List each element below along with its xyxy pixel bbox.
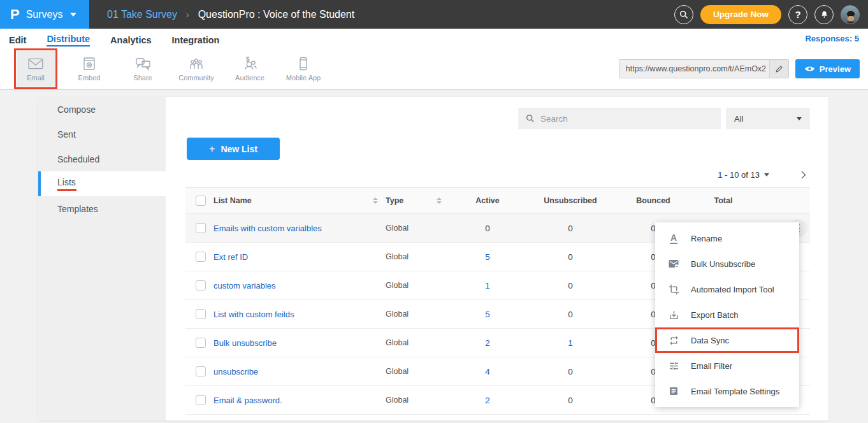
chevron-down-icon <box>797 117 802 120</box>
unsubscribed-count: 0 <box>526 281 615 290</box>
search-icon <box>679 10 688 19</box>
row-checkbox[interactable] <box>196 338 206 348</box>
bulk-unsubscribe-icon <box>668 259 679 269</box>
channel-label: Community <box>178 74 214 82</box>
community-icon <box>188 57 205 71</box>
toolbar-right: Preview <box>619 59 868 78</box>
active-count[interactable]: 4 <box>449 367 526 376</box>
channel-label: Email <box>27 74 45 82</box>
unsubscribed-count[interactable]: 1 <box>526 338 615 348</box>
menu-item-data-sync[interactable]: Data Sync <box>655 327 799 353</box>
list-name-link[interactable]: List with custom feilds <box>213 310 373 319</box>
list-name-link[interactable]: unsubscribe <box>213 367 373 376</box>
menu-item-automated-import-tool[interactable]: Automated Import Tool <box>655 276 799 302</box>
list-name-link[interactable]: Emails with custom varialbles <box>213 224 373 233</box>
search-button[interactable] <box>674 5 693 24</box>
unsubscribed-count: 0 <box>526 252 615 262</box>
list-type: Global <box>386 310 437 319</box>
surveys-menu[interactable]: P Surveys <box>0 0 89 29</box>
list-type: Global <box>386 281 437 290</box>
pagination-row: 1 - 10 of 13 <box>166 160 828 180</box>
sidebar-item-scheduled[interactable]: Scheduled <box>38 147 166 171</box>
breadcrumb-survey-link[interactable]: 01 Take Survey <box>107 9 177 20</box>
list-type: Global <box>386 252 437 261</box>
sidebar-item-lists[interactable]: Lists <box>38 171 166 196</box>
row-checkbox[interactable] <box>196 280 206 290</box>
channel-mobile-app[interactable]: Mobile App <box>284 51 322 87</box>
channel-label: Mobile App <box>286 74 321 82</box>
active-count[interactable]: 5 <box>449 310 526 319</box>
channel-share[interactable]: Share <box>124 51 162 87</box>
channel-embed[interactable]: Embed <box>70 51 108 87</box>
active-count[interactable]: 5 <box>449 252 526 262</box>
edit-url-button[interactable] <box>769 60 788 78</box>
list-name-link[interactable]: Bulk unsubscribe <box>213 338 373 348</box>
channel-community[interactable]: Community <box>177 51 215 87</box>
pagination-range-dropdown[interactable]: 1 - 10 of 13 <box>718 170 769 180</box>
preview-button[interactable]: Preview <box>795 59 860 78</box>
menu-item-email-filter[interactable]: Email Filter <box>655 353 799 378</box>
unsubscribed-count: 0 <box>526 224 615 233</box>
help-button[interactable]: ? <box>788 5 807 24</box>
breadcrumb-separator: › <box>186 10 189 20</box>
header-unsubscribed: Unsubscribed <box>526 196 615 205</box>
list-filter-dropdown[interactable]: All <box>726 108 810 129</box>
questionpro-logo-icon: P <box>10 8 20 22</box>
notifications-button[interactable] <box>814 5 834 24</box>
email-sidebar: Compose Sent Scheduled Lists Templates <box>38 97 166 420</box>
menu-item-export-batch[interactable]: Export Batch <box>655 302 799 327</box>
row-checkbox[interactable] <box>196 366 206 376</box>
list-name-link[interactable]: Email & password. <box>213 396 373 405</box>
tab-distribute[interactable]: Distribute <box>47 31 90 47</box>
header-list-name: List Name <box>213 196 373 205</box>
chevron-down-icon <box>764 173 769 176</box>
menu-item-email-template-settings[interactable]: Email Template Settings <box>655 378 799 404</box>
surveys-menu-label: Surveys <box>26 9 63 20</box>
menu-item-rename[interactable]: A Rename <box>655 226 799 251</box>
table-row: Participant ID Global 3 0 0 3 <box>185 415 810 423</box>
row-checkbox[interactable] <box>196 395 206 405</box>
table-header-row: List Name Type Active Unsubscribed Bounc… <box>185 187 810 214</box>
new-list-button[interactable]: + New List <box>187 138 280 160</box>
survey-url-input[interactable] <box>619 64 769 73</box>
plus-icon: + <box>209 143 215 155</box>
question-mark-icon: ? <box>795 9 800 20</box>
channel-email[interactable]: Email <box>17 51 55 87</box>
user-avatar[interactable] <box>841 5 860 24</box>
sort-type-icon[interactable] <box>437 197 443 204</box>
active-count[interactable]: 2 <box>449 396 526 405</box>
next-page-button[interactable] <box>799 170 808 180</box>
list-search-input[interactable] <box>540 114 713 124</box>
sidebar-item-templates[interactable]: Templates <box>38 196 166 221</box>
channel-audience[interactable]: $ Audience <box>231 51 269 87</box>
header-bounced: Bounced <box>615 196 691 205</box>
automated-import-icon <box>668 284 679 295</box>
menu-item-label: Email Filter <box>691 361 732 371</box>
select-all-checkbox[interactable] <box>196 196 206 206</box>
active-count[interactable]: 1 <box>449 281 526 290</box>
responses-count[interactable]: Responses: 5 <box>805 34 859 43</box>
sort-name-icon[interactable] <box>373 197 379 204</box>
pagination-range: 1 - 10 of 13 <box>718 170 760 180</box>
list-type: Global <box>386 224 437 233</box>
row-checkbox[interactable] <box>196 309 206 319</box>
tab-integration[interactable]: Integration <box>172 32 220 45</box>
audience-icon: $ <box>242 57 258 71</box>
tab-analytics[interactable]: Analytics <box>110 32 151 45</box>
list-name-link[interactable]: custom variables <box>213 281 373 290</box>
menu-item-bulk-unsubscribe[interactable]: Bulk Unsubscribe <box>655 251 799 276</box>
channel-label: Audience <box>235 74 264 82</box>
list-name-link[interactable]: Ext ref ID <box>213 252 373 262</box>
tab-edit[interactable]: Edit <box>9 32 26 45</box>
share-icon <box>135 57 151 71</box>
sidebar-item-sent[interactable]: Sent <box>38 122 166 147</box>
pencil-icon <box>775 65 783 73</box>
topbar-actions: Upgrade Now ? <box>674 0 868 29</box>
row-checkbox[interactable] <box>196 252 206 262</box>
list-search-box <box>518 108 721 129</box>
sidebar-item-compose[interactable]: Compose <box>38 97 166 122</box>
active-count[interactable]: 2 <box>449 338 526 348</box>
list-controls-row: All <box>166 97 828 129</box>
upgrade-now-button[interactable]: Upgrade Now <box>700 5 781 24</box>
row-checkbox[interactable] <box>196 223 206 233</box>
